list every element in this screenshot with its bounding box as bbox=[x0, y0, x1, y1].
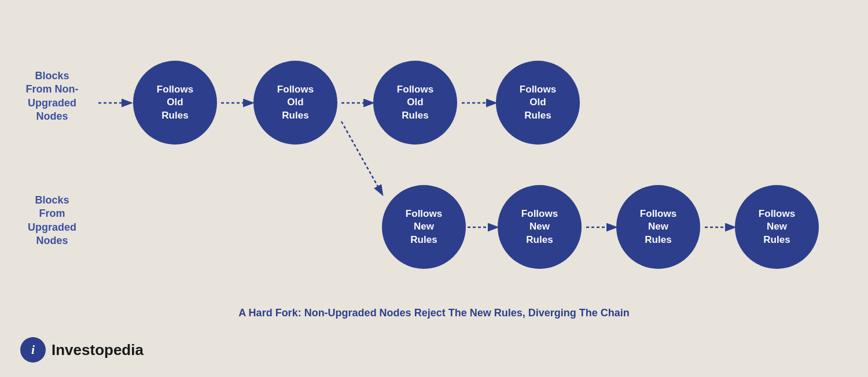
circle-old-1: FollowsOldRules bbox=[133, 61, 217, 145]
circle-old-2: FollowsOldRules bbox=[253, 61, 337, 145]
diagram-container: BlocksFrom Non-UpgradedNodes BlocksFromU… bbox=[0, 0, 868, 377]
label-bottom: BlocksFromUpgradedNodes bbox=[17, 194, 87, 248]
label-top: BlocksFrom Non-UpgradedNodes bbox=[17, 69, 87, 124]
circle-new-2: FollowsNewRules bbox=[498, 185, 582, 269]
logo-icon: i bbox=[20, 337, 46, 363]
logo-text: Investopedia bbox=[52, 341, 144, 359]
circle-old-4: FollowsOldRules bbox=[496, 61, 580, 145]
logo-container: i Investopedia bbox=[20, 337, 144, 363]
circle-new-4: FollowsNewRules bbox=[735, 185, 819, 269]
circle-new-1: FollowsNewRules bbox=[382, 185, 466, 269]
circle-old-3: FollowsOldRules bbox=[373, 61, 457, 145]
caption: A Hard Fork: Non-Upgraded Nodes Reject T… bbox=[238, 307, 629, 319]
circle-new-3: FollowsNewRules bbox=[616, 185, 700, 269]
svg-line-5 bbox=[341, 121, 382, 194]
